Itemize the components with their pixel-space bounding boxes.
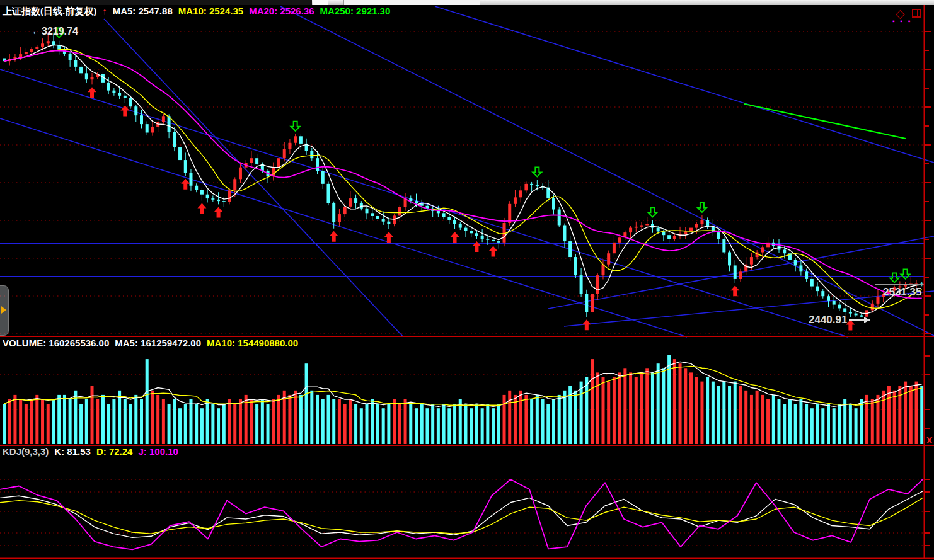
trendlines-layer: [0, 6, 934, 337]
trough-price-label: 2440.91: [809, 314, 847, 326]
panel-layout-icon[interactable]: [912, 9, 921, 18]
stock-chart-window: 上证指数(日线.前复权)↑MA5: 2547.88MA10: 2524.35MA…: [0, 0, 934, 560]
volume-ma5-value: MA5: 161259472.00: [115, 338, 201, 348]
gridlines-layer: [0, 31, 924, 546]
kdj-layer: [0, 479, 923, 549]
chart-canvas[interactable]: [0, 0, 934, 560]
volume-value: VOLUME: 160265536.00: [3, 338, 109, 348]
peak-price-label: ←3219.74: [32, 26, 78, 37]
volume-layer: [3, 355, 923, 444]
price-ma-layer: [4, 45, 922, 314]
kdj-header: KDJ(9,3,3)K: 81.53D: 72.24J: 100.10: [3, 446, 184, 457]
ma5-value: MA5: 2547.88: [113, 6, 173, 16]
signals-layer: [55, 28, 910, 331]
kdj-title: KDJ(9,3,3): [3, 446, 49, 457]
kdj-k-value: K: 81.53: [54, 446, 91, 457]
volume-header: VOLUME: 160265536.00MA5: 161259472.00MA1…: [3, 338, 304, 348]
panel-layout-icon-divider: [917, 10, 918, 16]
kdj-j-value: J: 100.10: [138, 446, 178, 457]
sidebar-expand-handle[interactable]: [0, 285, 9, 336]
expand-arrow-icon: [1, 306, 6, 314]
drawing-dots-icon[interactable]: ▪ ▪ ▪: [892, 18, 912, 25]
symbol-title: 上证指数(日线.前复权): [3, 6, 96, 16]
main-chart-header: 上证指数(日线.前复权)↑MA5: 2547.88MA10: 2524.35MA…: [3, 6, 396, 18]
ma10-value: MA10: 2524.35: [178, 6, 243, 16]
ma250-value: MA250: 2921.30: [320, 6, 391, 16]
close-indicator-button[interactable]: X: [926, 435, 932, 445]
ma20-value: MA20: 2526.36: [249, 6, 314, 16]
last-price-label: 2531.35: [883, 286, 921, 299]
up-trend-icon: ↑: [102, 6, 107, 16]
frame-layer: [0, 5, 934, 559]
volume-ma10-value: MA10: 154490880.00: [207, 338, 298, 348]
kdj-d-value: D: 72.24: [96, 446, 133, 457]
